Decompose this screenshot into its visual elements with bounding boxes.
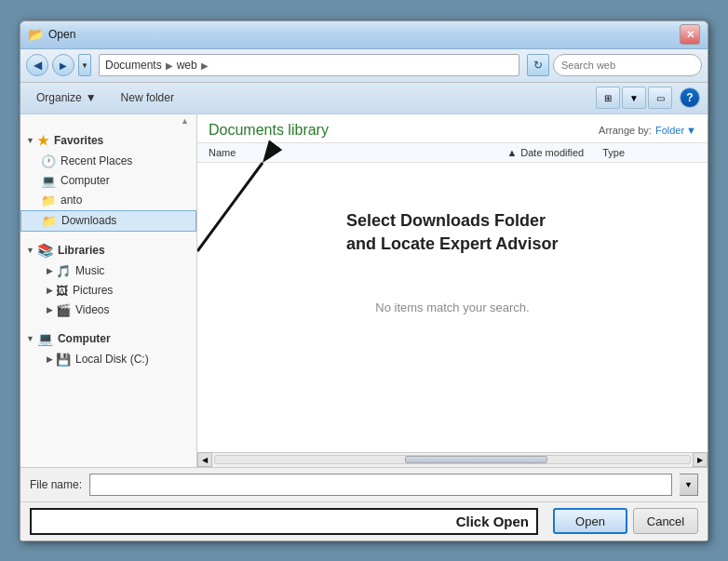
close-button[interactable]: ✕ xyxy=(680,24,700,45)
path-part-1: Documents xyxy=(105,59,162,72)
arrange-by-folder-label: Folder xyxy=(655,125,684,136)
computer2-arrow: ▼ xyxy=(26,334,34,343)
file-name-label: File name: xyxy=(30,478,82,491)
pictures-icon: 🖼 xyxy=(56,284,68,298)
favorites-group-header[interactable]: ▼ ★ Favorites xyxy=(20,129,196,152)
col-date-label: Date modified xyxy=(520,147,584,158)
favorites-section: ▼ ★ Favorites 🕐 Recent Places 💻 Computer… xyxy=(20,126,196,235)
organize-label: Organize xyxy=(36,91,82,104)
sidebar-item-computer[interactable]: 💻 Computer xyxy=(20,171,196,191)
organize-arrow: ▼ xyxy=(86,91,97,104)
view-controls: ⊞ ▼ ▭ xyxy=(596,87,672,109)
pictures-expand-arrow: ▶ xyxy=(47,286,53,295)
sidebar-item-anto[interactable]: 📁 anto xyxy=(20,191,196,210)
view-icon-button[interactable]: ⊞ xyxy=(596,87,620,109)
view-dropdown-button[interactable]: ▼ xyxy=(622,87,646,109)
scrollbar-right-button[interactable]: ▶ xyxy=(693,452,708,467)
button-row: Click Open Open Cancel xyxy=(20,501,708,541)
back-button[interactable]: ◀ xyxy=(26,54,48,76)
open-button[interactable]: Open xyxy=(553,508,627,534)
refresh-button[interactable]: ↻ xyxy=(527,54,549,76)
organize-button[interactable]: Organize ▼ xyxy=(28,86,105,110)
videos-label: Videos xyxy=(75,303,109,316)
col-name-header[interactable]: Name xyxy=(209,147,397,158)
arrange-by-arrow: ▼ xyxy=(686,125,696,136)
computer-label: Computer xyxy=(61,174,110,187)
sidebar-scroll-indicator: ▲ xyxy=(20,114,196,126)
recent-places-icon: 🕐 xyxy=(41,154,56,168)
libraries-arrow: ▼ xyxy=(26,246,34,255)
downloads-label: Downloads xyxy=(61,214,116,227)
svg-line-1 xyxy=(197,163,263,251)
path-part-2: web xyxy=(177,59,197,72)
forward-button[interactable]: ▶ xyxy=(52,54,74,76)
col-date-sort-arrow: ▲ xyxy=(506,147,517,158)
recent-places-label: Recent Places xyxy=(61,154,132,167)
col-type-header[interactable]: Type xyxy=(602,147,696,158)
content-title: Documents library xyxy=(209,122,329,139)
computer2-icon: 💻 xyxy=(37,331,53,346)
computer-section: ▼ 💻 Computer ▶ 💾 Local Disk (C:) xyxy=(20,324,196,373)
computer-group-header[interactable]: ▼ 💻 Computer xyxy=(20,327,196,350)
music-icon: 🎵 xyxy=(56,264,71,278)
new-folder-label: New folder xyxy=(121,91,174,104)
sidebar: ▲ ▼ ★ Favorites 🕐 Recent Places 💻 Comput… xyxy=(20,114,197,467)
pictures-label: Pictures xyxy=(73,284,113,297)
downloads-icon: 📁 xyxy=(42,214,57,228)
scrollbar-left-button[interactable]: ◀ xyxy=(197,452,212,467)
annotation-text: Select Downloads Folder and Locate Exper… xyxy=(346,209,558,256)
toolbar: Organize ▼ New folder ⊞ ▼ ▭ ? xyxy=(20,83,708,114)
dialog-title: Open xyxy=(48,28,678,41)
music-label: Music xyxy=(75,264,104,277)
path-separator-2: ▶ xyxy=(201,60,209,71)
arrange-by-control: Arrange by: Folder ▼ xyxy=(599,125,696,136)
horizontal-scrollbar: ◀ ▶ xyxy=(197,452,708,467)
file-name-dropdown[interactable]: ▼ xyxy=(680,474,698,496)
open-dialog: 📂 Open ✕ ◀ ▶ ▼ Documents ▶ web ▶ ↻ Organ… xyxy=(20,20,708,541)
col-date-header[interactable]: ▲ Date modified xyxy=(397,147,603,158)
scrollbar-track xyxy=(214,455,691,464)
dialog-icon: 📂 xyxy=(28,27,43,42)
local-disk-label: Local Disk (C:) xyxy=(75,353,149,366)
address-bar[interactable]: Documents ▶ web ▶ xyxy=(99,54,519,76)
favorites-star-icon: ★ xyxy=(37,133,49,148)
cancel-button[interactable]: Cancel xyxy=(633,508,698,534)
libraries-icon: 📚 xyxy=(37,243,53,258)
anto-label: anto xyxy=(61,194,82,207)
content-pane: Documents library Arrange by: Folder ▼ N… xyxy=(197,114,708,467)
click-open-label: Click Open xyxy=(30,508,538,535)
column-headers: Name ▲ Date modified Type xyxy=(197,143,708,163)
libraries-section: ▼ 📚 Libraries ▶ 🎵 Music ▶ 🖼 Pictures ▶ 🎬 xyxy=(20,235,196,324)
arrange-by-button[interactable]: Folder ▼ xyxy=(655,125,696,136)
layout-button[interactable]: ▭ xyxy=(648,87,672,109)
sidebar-item-videos[interactable]: ▶ 🎬 Videos xyxy=(20,301,196,320)
sidebar-item-pictures[interactable]: ▶ 🖼 Pictures xyxy=(20,281,196,301)
libraries-group-header[interactable]: ▼ 📚 Libraries xyxy=(20,239,196,261)
file-name-input[interactable] xyxy=(89,474,672,496)
nav-history-dropdown[interactable]: ▼ xyxy=(78,54,91,76)
arrange-by-label: Arrange by: xyxy=(599,125,652,136)
sidebar-item-recent-places[interactable]: 🕐 Recent Places xyxy=(20,152,196,171)
new-folder-button[interactable]: New folder xyxy=(113,86,182,110)
libraries-label: Libraries xyxy=(58,244,105,257)
sidebar-item-music[interactable]: ▶ 🎵 Music xyxy=(20,261,196,281)
favorites-arrow: ▼ xyxy=(26,136,34,145)
videos-expand-arrow: ▶ xyxy=(47,305,53,314)
nav-bar: ◀ ▶ ▼ Documents ▶ web ▶ ↻ xyxy=(20,49,708,83)
sidebar-item-downloads[interactable]: 📁 Downloads xyxy=(20,210,196,232)
local-disk-expand-arrow: ▶ xyxy=(47,354,53,364)
music-expand-arrow: ▶ xyxy=(47,266,53,275)
main-area: ▲ ▼ ★ Favorites 🕐 Recent Places 💻 Comput… xyxy=(20,114,708,467)
path-separator-1: ▶ xyxy=(166,60,173,71)
computer2-label: Computer xyxy=(58,332,111,345)
empty-message: No items match your search. xyxy=(375,301,529,314)
search-input[interactable] xyxy=(553,54,702,76)
computer-icon: 💻 xyxy=(41,174,56,188)
filename-row: File name: ▼ xyxy=(20,467,708,501)
content-body: No items match your search. Select Down xyxy=(197,163,708,452)
help-button[interactable]: ? xyxy=(680,87,700,108)
content-header: Documents library Arrange by: Folder ▼ xyxy=(197,114,708,143)
title-bar: 📂 Open ✕ xyxy=(20,21,708,49)
scrollbar-thumb[interactable] xyxy=(405,456,547,463)
sidebar-item-local-disk[interactable]: ▶ 💾 Local Disk (C:) xyxy=(20,350,196,369)
